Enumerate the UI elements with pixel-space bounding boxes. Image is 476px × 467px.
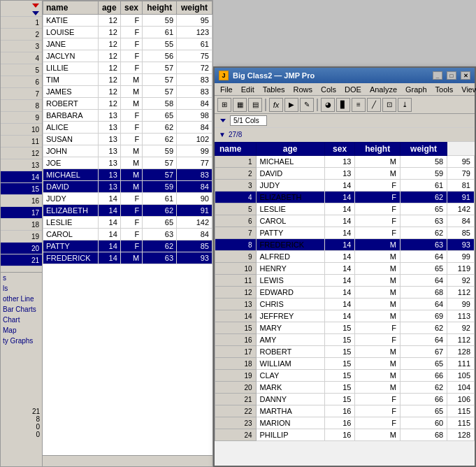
table-row[interactable]: 24 PHILLIP 16 M 68 128 (215, 429, 475, 441)
table-row[interactable]: LILLIE 12 F 57 72 (43, 62, 212, 74)
jmp-col-header-height[interactable]: height (355, 143, 401, 156)
menu-view[interactable]: View (457, 85, 476, 94)
table-row[interactable]: 1 MICHAEL 13 M 58 95 (215, 156, 475, 168)
cols-dropdown[interactable]: 5/1 Cols (230, 115, 267, 126)
menu-graph[interactable]: Graph (401, 85, 431, 94)
toolbar-box-btn[interactable]: ⊡ (382, 98, 396, 112)
table-row[interactable]: DAVID 13 M 59 84 (43, 181, 212, 193)
col-header-weight[interactable]: weight (177, 1, 212, 15)
table-row[interactable]: 14 JEFFREY 14 M 69 113 (215, 310, 475, 322)
table-row[interactable]: PATTY 14 F 62 85 (43, 240, 212, 252)
row-number[interactable]: 19 (1, 231, 42, 243)
table-row[interactable]: 17 ROBERT 15 M 67 128 (215, 346, 475, 358)
table-row[interactable]: 6 CAROL 14 F 63 84 (215, 215, 475, 227)
toolbar-table2-btn[interactable]: ▦ (233, 98, 247, 112)
col-header-height[interactable]: height (143, 1, 177, 15)
row-number[interactable]: 18 (1, 219, 42, 231)
table-row[interactable]: FREDERICK 14 M 63 93 (43, 252, 212, 264)
sidebar-item-ty-graphs[interactable]: ty Graphs (1, 336, 42, 346)
menu-rows[interactable]: Rows (289, 85, 317, 94)
row-number[interactable]: 2 (1, 29, 42, 41)
table-row[interactable]: ELIZABETH 14 F 62 91 (43, 205, 212, 217)
sidebar-item-ls[interactable]: ls (1, 283, 42, 294)
row-number[interactable]: 9 (1, 112, 42, 124)
table-row[interactable]: JACLYN 12 F 56 75 (43, 50, 212, 62)
table-row[interactable]: 10 HENRY 14 M 65 119 (215, 263, 475, 275)
menu-doe[interactable]: DOE (340, 85, 366, 94)
toolbar-pie-btn[interactable]: ◕ (321, 98, 335, 112)
toolbar-script-btn[interactable]: ✎ (300, 98, 314, 112)
table-row[interactable]: JOE 13 M 57 77 (43, 157, 212, 169)
col-header-sex[interactable]: sex (120, 1, 142, 15)
toolbar-table-btn[interactable]: ⊞ (217, 98, 231, 112)
table-row[interactable]: 22 MARTHA 16 F 65 115 (215, 405, 475, 417)
table-row[interactable]: 16 AMY 15 F 64 112 (215, 334, 475, 346)
row-number[interactable]: 6 (1, 76, 42, 88)
table-row[interactable]: LESLIE 14 F 65 142 (43, 217, 212, 229)
table-row[interactable]: 20 MARK 15 M 62 104 (215, 382, 475, 394)
jmp-col-header-age[interactable]: age (256, 143, 324, 156)
row-number[interactable]: 15 (1, 183, 42, 195)
maximize-button[interactable]: □ (447, 71, 456, 80)
table-row[interactable]: BARBARA 13 F 65 98 (43, 110, 212, 122)
menu-analyze[interactable]: Analyze (366, 85, 401, 94)
table-row[interactable]: ROBERT 12 M 58 84 (43, 98, 212, 110)
row-number[interactable]: 1 (1, 17, 42, 29)
table-row[interactable]: 13 CHRIS 14 M 64 99 (215, 299, 475, 310)
toolbar-bar-btn[interactable]: ▊ (336, 98, 350, 112)
table-row[interactable]: 11 LEWIS 14 M 64 92 (215, 275, 475, 287)
table-row[interactable]: 7 PATTY 14 F 62 85 (215, 227, 475, 239)
row-number[interactable]: 17 (1, 207, 42, 219)
sidebar-item-map[interactable]: Map (1, 325, 42, 336)
row-number[interactable]: 20 (1, 243, 42, 254)
table-row[interactable]: LOUISE 12 F 61 123 (43, 27, 212, 38)
toolbar-grid-btn[interactable]: ▤ (248, 98, 262, 112)
row-number[interactable]: 10 (1, 124, 42, 136)
sidebar-item-bar-charts[interactable]: Bar Charts (1, 304, 42, 315)
menu-cols[interactable]: Cols (317, 85, 340, 94)
row-number[interactable]: 12 (1, 148, 42, 159)
table-row[interactable]: ALICE 13 F 62 84 (43, 122, 212, 134)
row-number[interactable]: 3 (1, 41, 42, 52)
toolbar-line-btn[interactable]: ╱ (367, 98, 381, 112)
col-header-age[interactable]: age (98, 1, 120, 15)
table-row[interactable]: JUDY 14 F 61 90 (43, 193, 212, 205)
row-number[interactable]: 4 (1, 52, 42, 64)
table-row[interactable]: 12 EDWARD 14 M 68 112 (215, 287, 475, 299)
sidebar-item-s[interactable]: s (1, 273, 42, 283)
sidebar-item-other-line[interactable]: other Line (1, 294, 42, 304)
table-row[interactable]: 9 ALFRED 14 M 64 99 (215, 251, 475, 263)
toolbar-stack-btn[interactable]: ≡ (352, 98, 366, 112)
table-row[interactable]: TIM 12 M 57 83 (43, 74, 212, 86)
row-number[interactable]: 7 (1, 88, 42, 100)
row-number[interactable]: 16 (1, 195, 42, 207)
menu-tools[interactable]: Tools (431, 85, 458, 94)
col-header-name[interactable]: name (43, 1, 99, 15)
close-button[interactable]: ✕ (461, 71, 470, 80)
toolbar-export-btn[interactable]: ⤓ (398, 98, 412, 112)
table-row[interactable]: 4 ELIZABETH 14 F 62 91 (215, 192, 475, 203)
toolbar-play-btn[interactable]: ▶ (284, 98, 298, 112)
table-row[interactable]: 23 MARION 16 F 60 115 (215, 417, 475, 429)
row-number[interactable]: 8 (1, 100, 42, 112)
toolbar-fx-btn[interactable]: fx (269, 98, 283, 112)
menu-tables[interactable]: Tables (259, 85, 289, 94)
table-row[interactable]: KATIE 12 F 59 95 (43, 15, 212, 27)
jmp-col-header-weight[interactable]: weight (400, 143, 447, 156)
table-row[interactable]: 19 CLAY 15 M 66 105 (215, 370, 475, 382)
sidebar-item-chart[interactable]: Chart (1, 315, 42, 325)
jmp-data-area[interactable]: name age sex height weight 1 MICHAEL 13 … (215, 142, 475, 466)
jmp-col-header-name[interactable]: name (215, 143, 257, 156)
row-number[interactable]: 14 (1, 171, 42, 183)
table-row[interactable]: CAROL 14 F 63 84 (43, 229, 212, 240)
table-row[interactable]: 2 DAVID 13 M 59 79 (215, 168, 475, 180)
table-row[interactable]: JAMES 12 M 57 83 (43, 86, 212, 98)
table-row[interactable]: 8 FREDERICK 14 M 63 93 (215, 239, 475, 251)
table-row[interactable]: JOHN 13 M 59 99 (43, 145, 212, 157)
table-row[interactable]: SUSAN 13 F 62 102 (43, 134, 212, 145)
table-row[interactable]: JANE 12 F 55 61 (43, 38, 212, 50)
jmp-col-header-sex[interactable]: sex (324, 143, 355, 156)
table-row[interactable]: 3 JUDY 14 F 61 81 (215, 180, 475, 192)
menu-file[interactable]: File (216, 85, 237, 94)
minimize-button[interactable]: _ (433, 71, 442, 80)
